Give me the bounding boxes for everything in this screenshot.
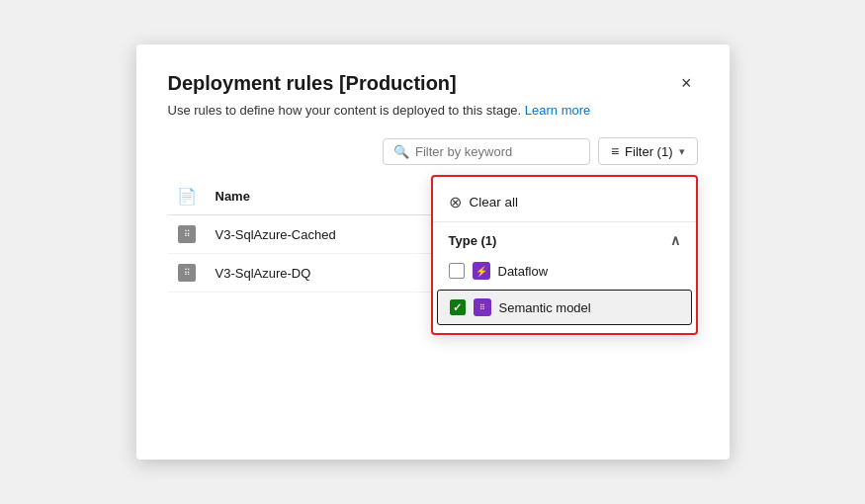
filter-lines-icon: ≡	[611, 143, 619, 159]
toolbar: 🔍 ≡ Filter (1) ▾ ⊗ Clear all Type (1) ∧	[168, 137, 698, 165]
search-input[interactable]	[415, 144, 579, 159]
dataflow-icon: ⚡	[473, 262, 490, 280]
filter-section-label: Type (1)	[449, 233, 497, 248]
chevron-down-icon: ▾	[679, 145, 685, 158]
dataflow-checkbox[interactable]	[449, 263, 465, 279]
clear-icon: ⊗	[449, 193, 462, 211]
filter-dropdown: ⊗ Clear all Type (1) ∧ ⚡ Dataflow ⠿	[431, 175, 698, 335]
clear-all-label: Clear all	[470, 195, 519, 210]
row-icon-cell: ⠿	[168, 254, 206, 293]
col-icon: 📄	[168, 177, 206, 215]
filter-dropdown-inner: ⊗ Clear all Type (1) ∧ ⚡ Dataflow ⠿	[433, 177, 696, 333]
filter-option-dataflow[interactable]: ⚡ Dataflow	[433, 254, 696, 288]
semantic-label: Semantic model	[499, 300, 591, 315]
semantic-checkbox[interactable]	[450, 299, 466, 315]
dialog-subtitle: Use rules to define how your content is …	[168, 103, 698, 118]
row-type-icon: ⠿	[178, 264, 196, 282]
filter-section-header: Type (1) ∧	[433, 222, 696, 254]
clear-all-row[interactable]: ⊗ Clear all	[433, 183, 696, 222]
dialog-header: Deployment rules [Production] ×	[168, 72, 698, 95]
close-button[interactable]: ×	[675, 72, 698, 94]
search-box[interactable]: 🔍	[383, 138, 590, 165]
collapse-icon[interactable]: ∧	[670, 232, 680, 248]
row-icon-cell: ⠿	[168, 215, 206, 254]
row-type-icon: ⠿	[178, 225, 196, 243]
learn-more-link[interactable]: Learn more	[525, 103, 590, 118]
doc-icon: 📄	[178, 185, 196, 207]
search-icon: 🔍	[393, 144, 409, 159]
filter-button-label: Filter (1)	[625, 144, 672, 159]
semantic-icon: ⠿	[474, 298, 491, 316]
deployment-rules-dialog: Deployment rules [Production] × Use rule…	[136, 44, 730, 460]
filter-button[interactable]: ≡ Filter (1) ▾	[598, 137, 698, 165]
filter-option-semantic[interactable]: ⠿ Semantic model	[437, 290, 692, 325]
dialog-title: Deployment rules [Production]	[168, 72, 457, 95]
dataflow-label: Dataflow	[498, 264, 549, 279]
